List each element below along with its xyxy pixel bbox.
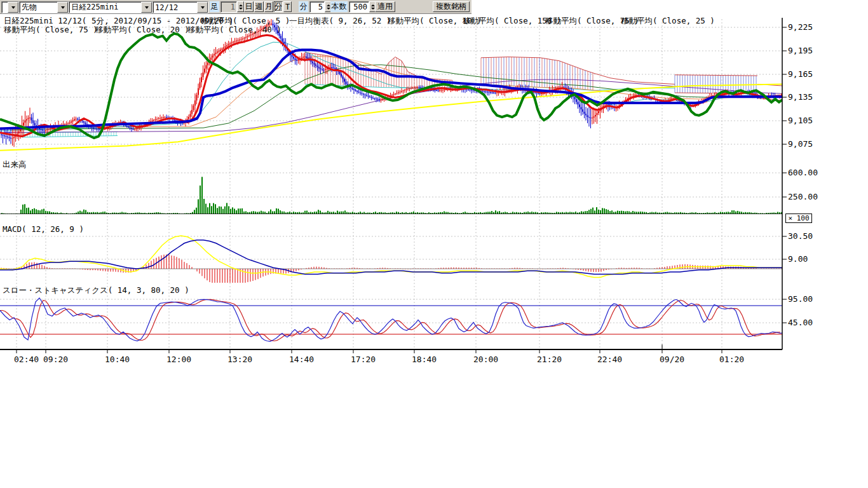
y-axis-tick-label: 9,165 (788, 69, 813, 79)
time-axis-tick-label: 01:20 (719, 355, 744, 364)
y-axis-tick-label: 30.50 (788, 231, 813, 241)
indicator-label: 移動平均( Close, 20 ) (95, 25, 189, 36)
trading-app-window: { "toolbar": { "combo_blank": "", "combo… (0, 0, 868, 488)
time-axis-tick-label: 18:40 (412, 355, 437, 364)
y-axis-tick-label: 250.00 (788, 192, 818, 201)
time-axis-tick-label: 02:40 (14, 355, 39, 364)
y-axis-tick-label: 9.00 (788, 254, 808, 264)
macd-panel-label: MACD( 12, 26, 9 ) (3, 224, 84, 234)
value-multiplier-badge: × 100 (785, 214, 812, 223)
stochastics-panel-label: スロー・ストキャスティクス( 14, 3, 80, 20 ) (3, 285, 189, 296)
time-axis-tick-label: 22:40 (597, 355, 622, 364)
indicator-label: 移動平均( Close, 25 ) (621, 16, 715, 27)
time-axis-tick-label: 21:20 (537, 355, 562, 364)
stochastics-panel (0, 298, 782, 341)
time-axis-tick-label: 14:40 (289, 355, 314, 364)
chart-canvas[interactable] (0, 0, 868, 488)
y-axis-tick-label: 45.00 (788, 318, 813, 327)
time-axis-tick-label: 09:20 (43, 355, 68, 364)
time-axis-tick-label: 10:40 (105, 355, 130, 364)
time-axis-tick-label: 17:20 (351, 355, 376, 364)
price-panel (0, 18, 782, 150)
time-axis-tick-label: 13:20 (227, 355, 252, 364)
time-axis-tick-label: 09/20 (660, 355, 684, 364)
y-axis-tick-label: 9,075 (788, 139, 813, 149)
y-axis-tick-label: 9,225 (788, 22, 813, 32)
y-axis-tick-label: 600.00 (788, 168, 818, 177)
time-axis-tick-label: 20:00 (473, 355, 498, 364)
time-axis-tick-label: 12:00 (166, 355, 191, 364)
y-axis-tick-label: 9,135 (788, 92, 813, 102)
y-axis-tick-label: 9,105 (788, 116, 813, 125)
macd-panel (0, 236, 782, 285)
indicator-label: 一目均衡表( 9, 26, 52 ) (289, 16, 391, 27)
indicator-label: 移動平均( Close, 40 ) (187, 25, 281, 36)
indicator-label: 移動平均( Close, 75 ) (4, 25, 98, 36)
y-axis-tick-label: 9,195 (788, 46, 813, 55)
volume-panel-label: 出来高 (3, 159, 27, 170)
volume-panel (0, 177, 782, 214)
y-axis-tick-label: 95.00 (788, 294, 813, 304)
